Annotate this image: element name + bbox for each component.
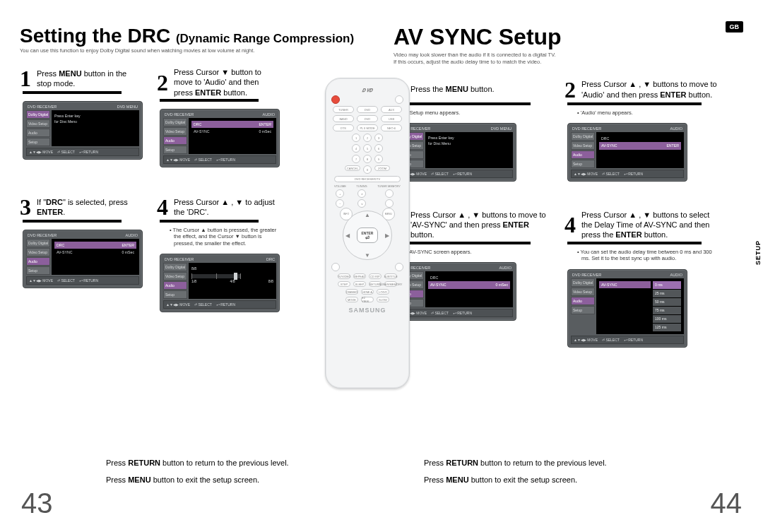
key-8[interactable]: 8 [363, 155, 372, 163]
step-text: Press Cursor ▼ button to move to 'Audio'… [174, 67, 277, 97]
avsync-step-1: 1 Press the MENU button. • Setup menu ap… [394, 78, 549, 182]
menu-button[interactable]: MENU [382, 208, 395, 220]
cdrip-button[interactable]: CD RIP [369, 273, 382, 279]
avsync-note-4: • You can set the audio delay time betwe… [577, 249, 720, 262]
plii-button[interactable] [385, 199, 394, 208]
avsync-step-2: 2 Press Cursor ▲ , ▼ buttons to move to … [564, 78, 720, 182]
neo6-button[interactable]: NEO:6 [381, 124, 402, 131]
step-number: 2 [564, 78, 576, 101]
tuner-button[interactable]: TUNER [333, 106, 354, 113]
section-tab: SETUP [755, 240, 762, 265]
drc-note-4: • The Cursor ▲ button is pressed, the gr… [170, 227, 277, 247]
step-text: Press Cursor ▲ , ▼ buttons to move to 'A… [410, 210, 549, 240]
band-button[interactable]: BAND [333, 115, 354, 122]
repeat-button[interactable]: REPEAT [353, 273, 366, 279]
key-9[interactable]: 9 [374, 155, 383, 163]
tune-down-button[interactable]: ∨ [357, 199, 366, 208]
drc-step-1: 1 Press MENU button in the stop mode. DV… [20, 67, 140, 167]
page-title-left: Setting the DRC (Dynamic Range Compressi… [20, 25, 369, 46]
step-number: 2 [157, 71, 168, 94]
remote-control: 𝘿𝙑𝘿 TUNER DVD AUX BAND DVD USB DTS PL II… [325, 78, 410, 389]
page-number-left: 43 [21, 487, 53, 519]
dvd2-button[interactable]: DVD [357, 115, 378, 122]
dimmer-button[interactable]: DIMMER [345, 289, 358, 295]
step-button[interactable]: STEP [338, 281, 350, 287]
screenshot-avsync-2: DVD RECEIVERAUDIO Dolby Digital Video Se… [567, 123, 687, 182]
info-button[interactable]: INFO [340, 208, 353, 220]
mode-button[interactable]: MODE [345, 297, 358, 302]
step-text: Press Cursor ▲ , ▼ to adjust the 'DRC'. [174, 197, 277, 218]
enter-button[interactable]: ENTER ⏎ [357, 227, 378, 243]
page-number-right: 44 [711, 487, 743, 519]
screenshot-drc-2: DVD RECEIVERAUDIO Dolby Digital Video Se… [160, 109, 280, 167]
key-5[interactable]: 5 [363, 144, 372, 153]
volume-up-button[interactable]: + [336, 189, 344, 198]
tunermem-button[interactable]: TUNER/MEMORY [384, 281, 397, 287]
key-2[interactable]: 2 [363, 134, 372, 142]
avsync-step-3: 3 Press Cursor ▲ , ▼ buttons to move to … [394, 210, 549, 348]
avsync-note-3: • AV-SYNC screen appears. [406, 249, 549, 255]
screenshot-avsync-1: DVD RECEIVERDVD MENU Dolby Digital Video… [396, 123, 516, 182]
step-number: 4 [157, 196, 168, 218]
avsync-note-2: • 'Audio' menu appears. [577, 110, 720, 116]
page-right: GB SETUP AV SYNC Setup Video may look sl… [394, 21, 743, 516]
direction-pad: INFO MENU ▲ ▼ ◀ ▶ ENTER ⏎ [343, 211, 392, 260]
dvd-logo-icon: 𝘿𝙑𝘿 [362, 88, 373, 93]
step-text: Press the MENU button. [410, 84, 495, 94]
power-button[interactable] [331, 95, 340, 104]
key-4[interactable]: 4 [352, 144, 360, 153]
step-text: If "DRC" is selected, press ENTER. [37, 197, 140, 218]
dts-button[interactable]: DTS [333, 124, 354, 131]
volume-down-button[interactable]: − [336, 199, 344, 208]
zoom-button[interactable]: ZOOM [374, 165, 390, 171]
sleep-button[interactable]: SLEEP [353, 281, 366, 287]
subtitle-left: You can use this function to enjoy Dolby… [20, 47, 369, 54]
step-number: 4 [564, 213, 576, 236]
screenshot-drc-4: DVD RECEIVERDRC Dolby Digital Video Setu… [160, 254, 280, 312]
receiver-tv-button[interactable]: DVD RECEIVER/TV [334, 176, 401, 182]
step-text: Press MENU button in the stop mode. [37, 69, 140, 89]
key-6[interactable]: 6 [374, 144, 383, 153]
ezview-button[interactable]: EZ VIEW [361, 297, 374, 302]
aux-button[interactable]: AUX [381, 106, 402, 113]
key-7[interactable]: 7 [352, 155, 360, 163]
tvvideo-button[interactable]: TV/VIDEO [338, 273, 350, 279]
screenshot-drc-1: DVD RECEIVERDVD MENU Dolby Digital Video… [23, 101, 143, 160]
avsync-step-4: 4 Press Cursor ▲ , ▼ buttons to select t… [564, 210, 720, 348]
cancel-button[interactable]: CANCEL [345, 165, 360, 171]
brand-label: SAMSUNG [331, 307, 403, 314]
tune-up-button[interactable]: ∧ [357, 189, 366, 198]
page-title-right: AV SYNC Setup [394, 24, 743, 50]
dolby-button[interactable]: PL II MODE [357, 124, 378, 131]
cursor-right-button[interactable]: ▶ [385, 232, 389, 239]
slow-button[interactable]: SLOW [377, 297, 389, 302]
hdmi-button[interactable]: HDMI A [361, 289, 374, 295]
cursor-up-button[interactable]: ▲ [365, 212, 370, 218]
key-1[interactable]: 1 [352, 134, 360, 142]
dvd-button[interactable]: DVD [357, 106, 378, 113]
step-text: Press Cursor ▲ , ▼ buttons to select the… [581, 210, 720, 240]
subtitle-right: Video may look slower than the audio if … [394, 52, 743, 66]
screenshot-avsync-4: DVD RECEIVERAUDIO Dolby Digital Video Se… [567, 269, 687, 348]
subtitle-button[interactable]: SUBTITLE [384, 273, 397, 279]
key-3[interactable]: 3 [374, 134, 383, 142]
title-sub: (Dynamic Range Compression) [176, 32, 354, 45]
step-number: 1 [20, 67, 31, 90]
cursor-down-button[interactable]: ▼ [365, 252, 370, 259]
cursor-left-button[interactable]: ◀ [345, 232, 350, 239]
screenshot-avsync-3: DVD RECEIVERAUDIO Dolby Digital Video Se… [396, 262, 516, 321]
avsync-note-1: • Setup menu appears. [406, 110, 549, 116]
usb-button[interactable]: USB [381, 115, 402, 122]
drc-step-3: 3 If "DRC" is selected, press ENTER. DVD… [20, 196, 140, 312]
logo-button[interactable]: LOGO [377, 289, 389, 295]
drc-step-4: 4 Press Cursor ▲ , ▼ to adjust the 'DRC'… [157, 196, 277, 312]
screenshot-drc-3: DVD RECEIVERAUDIO Dolby Digital Video Se… [23, 230, 143, 288]
key-0[interactable]: 0 [363, 165, 372, 174]
mute-button[interactable] [385, 189, 394, 198]
step-number: 3 [20, 196, 31, 218]
tips-left: Press RETURN button to return to the pre… [106, 454, 289, 488]
return-button[interactable] [331, 263, 340, 271]
open-close-button[interactable] [395, 95, 403, 104]
region-badge: GB [726, 21, 744, 32]
audio-button[interactable] [395, 263, 403, 271]
